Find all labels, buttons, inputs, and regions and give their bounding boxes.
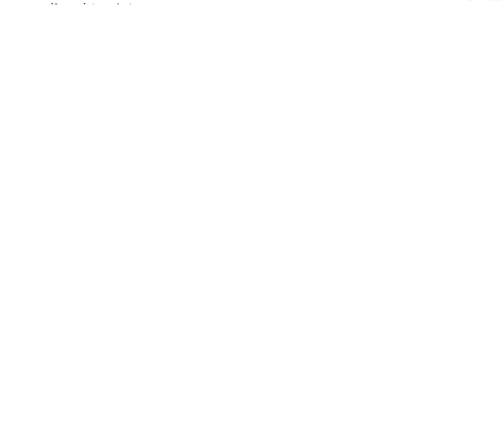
code-block: static int i2c_register_adapter(struct i… (9, 2, 326, 4)
fn-decl: static int i2c_register_adapter(struct i… (9, 2, 326, 4)
kw-static-int: static int (9, 4, 48, 4)
fn-name: i2c_register_adapter (48, 2, 141, 4)
watermark: @51CTO博客 (468, 0, 502, 2)
